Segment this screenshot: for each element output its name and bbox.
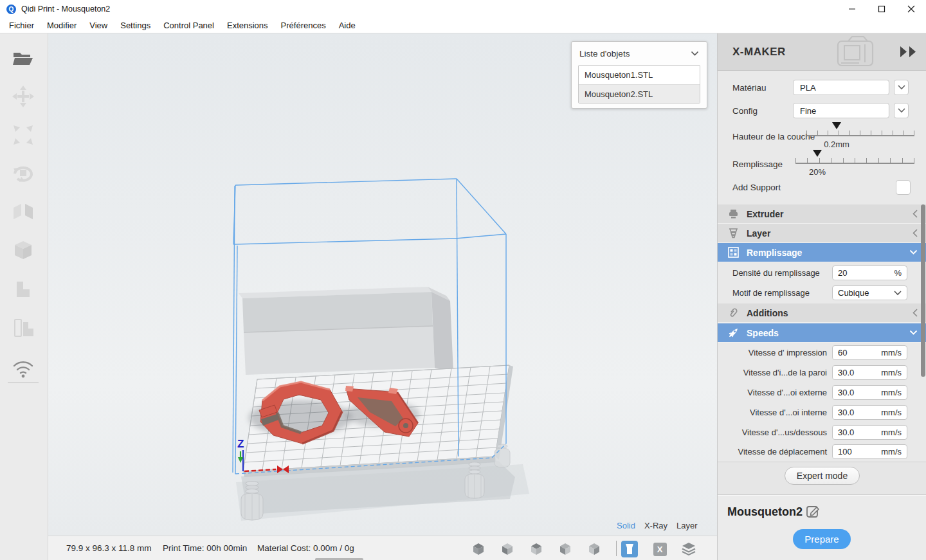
- menu-fichier[interactable]: Fichier: [3, 19, 41, 32]
- chevron-left-icon: [912, 309, 918, 317]
- view-mode-solid[interactable]: Solid: [617, 521, 635, 530]
- section-additions[interactable]: Additions: [718, 303, 926, 323]
- infill-pattern-select[interactable]: Cubique: [832, 285, 907, 300]
- speed-input[interactable]: 30.0mm/s: [832, 405, 907, 420]
- settings-panel: X-MAKER Matériau PLA Config Fine Hauteur…: [717, 33, 926, 560]
- mirror-tool-button[interactable]: [9, 198, 37, 226]
- app-logo-icon: Q: [6, 5, 16, 14]
- wifi-print-button[interactable]: [9, 355, 37, 383]
- menu-control-panel[interactable]: Control Panel: [157, 19, 221, 32]
- layer-height-slider[interactable]: [806, 131, 914, 136]
- speed-label: Vitesse d' impression: [729, 348, 827, 357]
- view-right-button[interactable]: [586, 541, 603, 557]
- cube-top-icon: [529, 542, 543, 556]
- object-list-box: Mousqueton1.STL Mousqueton2.STL: [578, 65, 700, 104]
- infill-density-row: Densité du remplissage 20 %: [718, 263, 926, 283]
- svg-text:Z: Z: [237, 438, 244, 450]
- close-button[interactable]: [896, 0, 926, 18]
- collapse-panel-icon[interactable]: [900, 46, 920, 57]
- config-select-button[interactable]: [894, 103, 909, 118]
- infill-density-input[interactable]: 20 %: [832, 266, 907, 280]
- infill-density-label: Densité du remplissage: [732, 268, 820, 278]
- material-select[interactable]: PLA: [793, 80, 889, 95]
- toolbar-divider: [616, 541, 617, 556]
- expert-mode-strip: Expert mode: [718, 462, 926, 494]
- support-blocker-2-button[interactable]: [9, 314, 37, 342]
- layer-height-slider-thumb[interactable]: [832, 122, 841, 129]
- menu-settings[interactable]: Settings: [114, 19, 157, 32]
- per-model-settings-button[interactable]: [9, 237, 37, 265]
- maximize-button[interactable]: [867, 0, 896, 18]
- minimize-button[interactable]: [837, 0, 867, 18]
- rotate-icon: [12, 163, 35, 185]
- settings-scrollbar[interactable]: [921, 204, 925, 377]
- printer-icon: [835, 35, 877, 69]
- object-list-title: Liste d'objets: [579, 49, 630, 59]
- prepare-button[interactable]: Prepare: [793, 529, 851, 549]
- speed-row: Vitesse d'...us/dessous 30.0mm/s: [718, 422, 926, 442]
- infill-pattern-icon: [728, 247, 739, 258]
- view-front-button[interactable]: [499, 541, 516, 557]
- section-remplissage[interactable]: Remplissage: [718, 243, 926, 262]
- config-select[interactable]: Fine: [793, 103, 889, 118]
- object-list-item-selected[interactable]: Mousqueton2.STL: [579, 84, 700, 103]
- model-cube-icon: [12, 240, 34, 262]
- speed-row: Vitesse de déplacement 100mm/s: [718, 442, 926, 462]
- speed-input[interactable]: 100mm/s: [832, 444, 907, 459]
- view-3d-button[interactable]: [470, 541, 487, 557]
- layer-view-button[interactable]: [680, 541, 697, 557]
- menu-extensions[interactable]: Extensions: [221, 19, 275, 32]
- layer-height-label: Hauteur de la couche: [732, 132, 815, 141]
- speed-input[interactable]: 30.0mm/s: [832, 425, 907, 440]
- view-mode-switcher: Solid X-Ray Layer: [617, 521, 698, 530]
- move-tool-button[interactable]: [9, 82, 37, 111]
- printer-name: X-MAKER: [732, 46, 786, 59]
- extruder-icon: [728, 208, 739, 219]
- scale-tool-button[interactable]: [9, 121, 37, 149]
- infill-slider-thumb[interactable]: [813, 150, 822, 157]
- view-top-button[interactable]: [528, 541, 545, 557]
- chevron-down-icon: [909, 249, 918, 255]
- object-list-item[interactable]: Mousqueton1.STL: [579, 66, 700, 84]
- view-mode-layer[interactable]: Layer: [676, 521, 698, 530]
- speed-label: Vitesse de déplacement: [729, 447, 827, 456]
- chevron-down-icon: [894, 291, 902, 296]
- unit-label: %: [894, 268, 902, 278]
- menu-modifier[interactable]: Modifier: [41, 19, 83, 32]
- expert-mode-button[interactable]: Expert mode: [785, 467, 860, 485]
- xray-view-button[interactable]: X: [651, 541, 668, 557]
- speed-input[interactable]: 60mm/s: [832, 345, 907, 360]
- rename-icon[interactable]: [806, 504, 821, 519]
- speed-input[interactable]: 30.0mm/s: [832, 365, 907, 380]
- material-select-button[interactable]: [894, 80, 909, 95]
- model-dimensions: 79.9 x 96.3 x 11.8 mm: [66, 543, 152, 553]
- object-list-header[interactable]: Liste d'objets: [572, 42, 707, 65]
- view-mode-xray[interactable]: X-Ray: [644, 521, 667, 530]
- cube-front-icon: [500, 542, 514, 556]
- section-speeds[interactable]: Speeds: [718, 323, 926, 343]
- rotate-tool-button[interactable]: [9, 159, 37, 188]
- minimize-icon: [848, 5, 856, 13]
- print-time: Print Time: 00h 00min: [163, 543, 247, 553]
- infill-value: 20%: [798, 167, 837, 177]
- viewport-3d[interactable]: Z Liste d'objets Mousqueton1.STL Mousque…: [48, 33, 717, 536]
- chevron-down-icon: [909, 330, 918, 336]
- speed-input[interactable]: 30.0mm/s: [832, 385, 907, 400]
- cube-right-icon: [587, 542, 601, 556]
- infill-slider[interactable]: [795, 158, 914, 164]
- section-layer[interactable]: Layer: [718, 224, 926, 243]
- layer-cup-icon: [728, 228, 739, 239]
- open-file-button[interactable]: [9, 44, 37, 72]
- window-title: Qidi Print - Mousqueton2: [21, 5, 110, 14]
- menu-aide[interactable]: Aide: [332, 19, 362, 32]
- block-stairs-2-icon: [12, 317, 34, 339]
- support-blocker-button[interactable]: [9, 275, 37, 303]
- menu-view[interactable]: View: [83, 19, 114, 32]
- view-left-button[interactable]: [557, 541, 574, 557]
- menu-preferences[interactable]: Préférences: [275, 19, 332, 32]
- add-support-checkbox[interactable]: [896, 180, 911, 195]
- solid-view-button[interactable]: [621, 541, 638, 557]
- chevron-left-icon: [912, 210, 918, 218]
- menu-bar: Fichier Modifier View Settings Control P…: [0, 18, 926, 33]
- section-extruder[interactable]: Extruder: [718, 204, 926, 224]
